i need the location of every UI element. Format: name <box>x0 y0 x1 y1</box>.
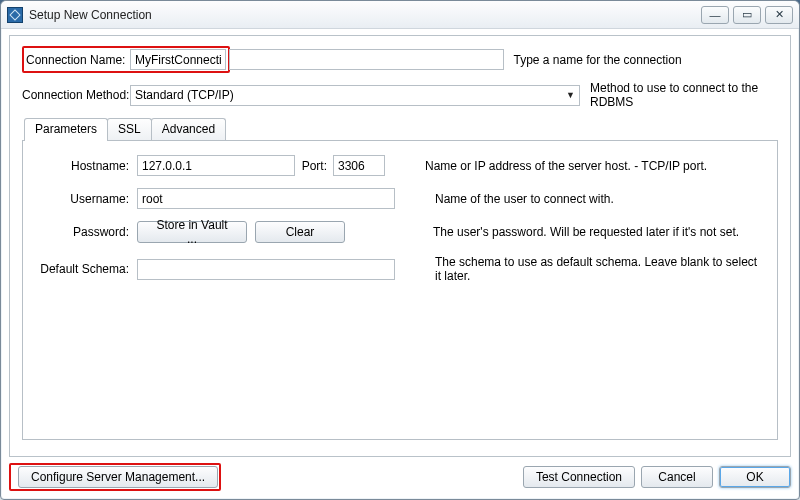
default-schema-field[interactable] <box>137 259 395 280</box>
connection-method-hint: Method to use to connect to the RDBMS <box>590 81 778 109</box>
tab-page-parameters: Hostname: Port: Name or IP address of th… <box>22 140 778 440</box>
default-schema-row: Default Schema: The schema to use as def… <box>35 255 765 283</box>
ok-button[interactable]: OK <box>719 466 791 488</box>
window-title: Setup New Connection <box>29 8 701 22</box>
hostname-label: Hostname: <box>35 159 137 173</box>
tabstrip: Parameters SSL Advanced <box>22 117 778 140</box>
minimize-button[interactable]: — <box>701 6 729 24</box>
username-field[interactable] <box>137 188 395 209</box>
username-hint: Name of the user to connect with. <box>435 192 765 206</box>
connection-method-label: Connection Method: <box>22 88 130 102</box>
connection-name-hint: Type a name for the connection <box>514 53 779 67</box>
content-panel: Connection Name: Type a name for the con… <box>9 35 791 457</box>
hostname-field[interactable] <box>137 155 295 176</box>
configure-server-management-button[interactable]: Configure Server Management... <box>18 466 218 488</box>
connection-method-select[interactable]: Standard (TCP/IP) ▼ <box>130 85 580 106</box>
password-row: Password: Store in Vault ... Clear The u… <box>35 221 765 243</box>
password-hint: The user's password. Will be requested l… <box>433 225 765 239</box>
tab-ssl[interactable]: SSL <box>107 118 152 140</box>
connection-name-row: Connection Name: Type a name for the con… <box>22 46 778 73</box>
default-schema-label: Default Schema: <box>35 262 137 276</box>
tab-parameters[interactable]: Parameters <box>24 118 108 141</box>
maximize-icon: ▭ <box>742 8 752 21</box>
window-controls: — ▭ ✕ <box>701 6 793 24</box>
connection-method-value: Standard (TCP/IP) <box>135 88 234 102</box>
clear-password-button[interactable]: Clear <box>255 221 345 243</box>
maximize-button[interactable]: ▭ <box>733 6 761 24</box>
connection-method-row: Connection Method: Standard (TCP/IP) ▼ M… <box>22 81 778 109</box>
default-schema-hint: The schema to use as default schema. Lea… <box>435 255 765 283</box>
connection-name-label: Connection Name: <box>26 53 130 67</box>
password-label: Password: <box>35 225 137 239</box>
close-button[interactable]: ✕ <box>765 6 793 24</box>
store-in-vault-button[interactable]: Store in Vault ... <box>137 221 247 243</box>
test-connection-button[interactable]: Test Connection <box>523 466 635 488</box>
connection-name-field[interactable] <box>130 49 226 70</box>
hostname-row: Hostname: Port: Name or IP address of th… <box>35 155 765 176</box>
connection-name-highlight: Connection Name: <box>22 46 230 73</box>
dialog-window: Setup New Connection — ▭ ✕ Connection Na… <box>0 0 800 500</box>
close-icon: ✕ <box>775 8 784 21</box>
minimize-icon: — <box>710 9 721 21</box>
username-label: Username: <box>35 192 137 206</box>
tab-advanced[interactable]: Advanced <box>151 118 226 140</box>
titlebar[interactable]: Setup New Connection — ▭ ✕ <box>1 1 799 29</box>
username-row: Username: Name of the user to connect wi… <box>35 188 765 209</box>
dialog-footer: Configure Server Management... Test Conn… <box>9 461 791 493</box>
chevron-down-icon: ▼ <box>566 90 575 100</box>
port-label: Port: <box>295 159 333 173</box>
app-icon <box>7 7 23 23</box>
params-tabs: Parameters SSL Advanced Hostname: Port: … <box>22 117 778 440</box>
hostname-hint: Name or IP address of the server host. -… <box>425 159 765 173</box>
port-field[interactable] <box>333 155 385 176</box>
connection-name-field-ext[interactable] <box>229 49 504 70</box>
cancel-button[interactable]: Cancel <box>641 466 713 488</box>
configure-highlight: Configure Server Management... <box>9 463 221 491</box>
